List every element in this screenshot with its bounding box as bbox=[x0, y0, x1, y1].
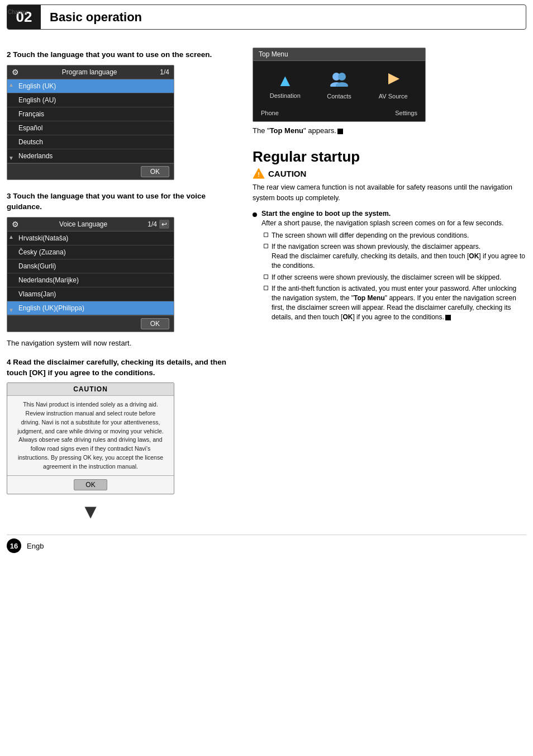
sub-bullet-3-text: If other screens were shown previously, … bbox=[272, 273, 501, 282]
svg-point-1 bbox=[338, 73, 346, 81]
caution-disclaimer-box: CAUTION This Navi product is intended so… bbox=[7, 382, 174, 494]
list-item[interactable]: English (UK)(Philippa) bbox=[7, 301, 174, 315]
sub-bullet-2-text: If the navigation screen was shown previ… bbox=[272, 242, 526, 270]
page-footer: 16 Engb bbox=[7, 535, 526, 553]
regular-startup-section: Regular startup ! CAUTION The rear view … bbox=[253, 148, 526, 324]
scroll-up-icon: ▲ bbox=[8, 234, 14, 240]
ok-button[interactable]: OK bbox=[141, 318, 169, 329]
top-menu-destination[interactable]: ▲ Destination bbox=[259, 67, 312, 104]
scroll-down-icon: ▼ bbox=[8, 155, 14, 161]
start-engine-heading: Start the engine to boot up the system. bbox=[261, 210, 391, 218]
list-item[interactable]: English (UK) bbox=[7, 79, 174, 93]
scroll-down-icon: ▼ bbox=[8, 307, 14, 313]
settings-label: Settings bbox=[395, 110, 417, 116]
chapter-title: Basic operation bbox=[41, 5, 151, 29]
down-arrow-icon: ▼ bbox=[7, 500, 174, 523]
sub-bullet-4-text: If the anti-theft function is activated,… bbox=[272, 284, 526, 322]
top-menu-empty bbox=[313, 106, 366, 119]
sub-bullet-1-text: The screen shown will differ depending o… bbox=[272, 231, 469, 240]
step3-heading: 3 Touch the language that you want to us… bbox=[7, 191, 236, 212]
caution-description: The rear view camera function is not ava… bbox=[253, 182, 526, 204]
square-bullet-icon bbox=[264, 233, 268, 237]
right-column: Top Menu ▲ Destination bbox=[247, 39, 526, 523]
list-item[interactable]: Nederlands bbox=[7, 149, 174, 163]
sub-bullet-3: If other screens were shown previously, … bbox=[261, 273, 526, 282]
avsource-label: AV Source bbox=[379, 93, 408, 100]
list-item[interactable]: Dansk(Gurli) bbox=[7, 259, 174, 273]
nav-restart-text: The navigation system will now restart. bbox=[7, 339, 236, 347]
left-column: 2 Touch the language that you want to us… bbox=[7, 39, 247, 523]
settings-icon: ⚙ bbox=[12, 220, 19, 229]
voice-language-page: 1/4 bbox=[147, 220, 157, 228]
step4-heading: 4 Read the disclaimer carefully, checkin… bbox=[7, 357, 236, 379]
start-engine-text: After a short pause, the navigation spla… bbox=[261, 219, 504, 227]
square-bullet-icon bbox=[264, 286, 268, 290]
caution-heading: ! CAUTION bbox=[253, 168, 526, 179]
top-menu-header: Top Menu bbox=[253, 48, 425, 61]
list-item[interactable]: Español bbox=[7, 121, 174, 135]
end-square-icon bbox=[445, 315, 451, 320]
destination-icon: ▲ bbox=[277, 71, 293, 90]
caution-box-text: This Navi product is intended solely as … bbox=[7, 396, 174, 475]
list-item[interactable]: Česky (Zuzana) bbox=[7, 245, 174, 259]
settings-icon: ⚙ bbox=[12, 68, 19, 77]
sub-bullet-1: The screen shown will differ depending o… bbox=[261, 231, 526, 240]
voice-lang-box-footer: OK bbox=[7, 315, 174, 332]
list-item[interactable]: Nederlands(Marijke) bbox=[7, 273, 174, 287]
lang-box-footer: OK bbox=[7, 163, 174, 179]
caution-heading-label: CAUTION bbox=[268, 169, 306, 178]
chapter-label: Chapter bbox=[8, 9, 28, 15]
ok-button[interactable]: OK bbox=[141, 166, 169, 177]
program-language-page: 1/4 bbox=[160, 68, 169, 76]
top-menu-appears-text: The "Top Menu" appears. bbox=[253, 126, 526, 135]
caution-triangle-icon: ! bbox=[253, 168, 265, 179]
square-bullet-icon bbox=[264, 275, 268, 279]
top-menu-settings[interactable]: Settings bbox=[367, 106, 420, 119]
top-menu-box: Top Menu ▲ Destination bbox=[253, 48, 426, 122]
voice-lang-box-header: ⚙ Voice Language 1/4 ↩ bbox=[7, 218, 174, 231]
destination-label: Destination bbox=[270, 92, 301, 99]
svg-marker-4 bbox=[388, 73, 399, 84]
voice-language-list: ⚙ Voice Language 1/4 ↩ Hrvatski(Nataša) … bbox=[7, 217, 174, 332]
program-language-list: ⚙ Program language 1/4 English (UK) Engl… bbox=[7, 65, 174, 180]
voice-language-box: ⚙ Voice Language 1/4 ↩ Hrvatski(Nataša) … bbox=[7, 217, 174, 332]
phone-label: Phone bbox=[261, 110, 279, 116]
top-menu-contacts[interactable]: Contacts bbox=[313, 67, 366, 104]
top-menu-phone[interactable]: Phone bbox=[259, 106, 312, 119]
list-item[interactable]: English (AU) bbox=[7, 93, 174, 107]
caution-box-footer: OK bbox=[7, 475, 174, 494]
voice-language-title: Voice Language bbox=[59, 220, 107, 228]
bullet-section: Start the engine to boot up the system. … bbox=[253, 209, 526, 324]
sub-bullet-4: If the anti-theft function is activated,… bbox=[261, 284, 526, 322]
program-language-box: ⚙ Program language 1/4 English (UK) Engl… bbox=[7, 65, 174, 180]
caution-ok-button[interactable]: OK bbox=[74, 479, 107, 490]
program-language-title: Program language bbox=[62, 68, 117, 76]
contacts-label: Contacts bbox=[327, 93, 351, 100]
contacts-icon bbox=[330, 71, 348, 91]
back-icon[interactable]: ↩ bbox=[159, 220, 169, 229]
language-label: Engb bbox=[27, 542, 44, 550]
scroll-up-icon: ▲ bbox=[8, 82, 14, 88]
list-item[interactable]: Hrvatski(Nataša) bbox=[7, 231, 174, 245]
sub-bullet-2: If the navigation screen was shown previ… bbox=[261, 242, 526, 270]
end-square-icon bbox=[337, 129, 343, 134]
page-number: 16 bbox=[7, 538, 21, 553]
list-item[interactable]: Deutsch bbox=[7, 135, 174, 149]
square-bullet-icon bbox=[264, 244, 268, 248]
regular-startup-title: Regular startup bbox=[253, 148, 526, 166]
svg-text:!: ! bbox=[258, 171, 260, 178]
step2-heading: 2 Touch the language that you want to us… bbox=[7, 50, 236, 60]
top-menu-avsource[interactable]: AV Source bbox=[367, 67, 420, 104]
avsource-icon bbox=[385, 71, 402, 91]
caution-box-header: CAUTION bbox=[7, 383, 174, 396]
sub-bullets: The screen shown will differ depending o… bbox=[261, 231, 526, 322]
chapter-header: 02 Basic operation bbox=[7, 4, 526, 30]
bullet-dot-icon bbox=[253, 210, 258, 324]
bullet-item-start-engine: Start the engine to boot up the system. … bbox=[253, 209, 526, 324]
lang-box-header: ⚙ Program language 1/4 bbox=[7, 65, 174, 79]
list-item[interactable]: Français bbox=[7, 107, 174, 121]
list-item[interactable]: Vlaams(Jan) bbox=[7, 287, 174, 301]
